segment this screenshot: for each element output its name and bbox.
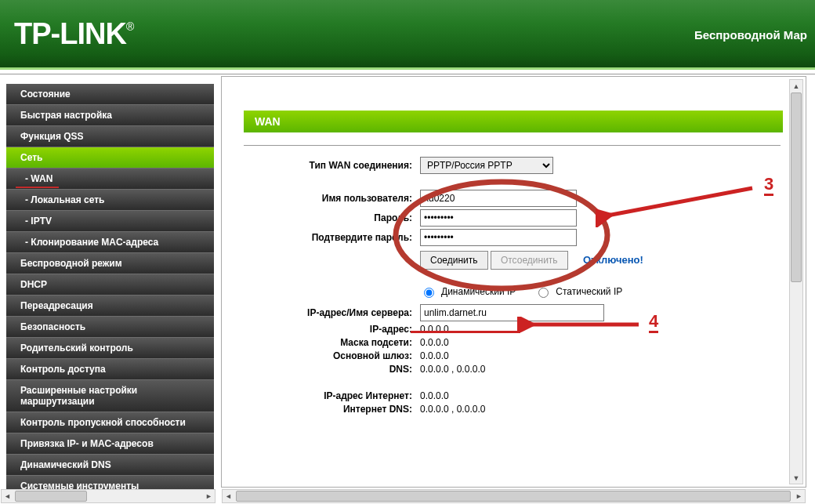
scroll-right-icon[interactable]: ► [793,492,805,500]
scroll-thumb[interactable] [791,92,802,282]
button-row: Соединить Отсоединить Отключено! [420,251,765,270]
nav-network[interactable]: Сеть [6,147,214,169]
nav-lan[interactable]: - Локальная сеть [6,190,214,211]
disconnect-button: Отсоединить [491,251,568,270]
scroll-right-icon[interactable]: ► [203,492,215,500]
nav-mac-clone[interactable]: - Клонирование MAC-адреса [6,232,214,253]
label-dynamic-ip: Динамический IP [441,286,516,297]
value-mask: 0.0.0.0 [420,337,765,348]
hscroll-thumb[interactable] [15,491,87,502]
label-conn-type: Тип WAN соединения: [244,160,420,171]
row-conn-type: Тип WAN соединения: PPTP/Россия PPTP [244,157,765,174]
row-password: Пароль: [244,209,765,227]
value-ip: 0.0.0.0 [420,324,765,335]
scroll-up-icon[interactable]: ▲ [790,80,802,92]
content-hscroll[interactable]: ◄ ► [222,489,806,503]
label-password: Пароль: [244,212,420,223]
divider [244,145,781,146]
input-username[interactable] [420,190,577,207]
radio-static-ip[interactable] [538,288,549,298]
row-ip-mode: Динамический IP Статический IP [420,285,765,298]
input-server[interactable] [420,304,604,321]
label-ip: IP-адрес: [244,324,420,335]
value-dns: 0.0.0.0 , 0.0.0.0 [420,364,765,375]
label-gw: Основной шлюз: [244,350,420,361]
page-title: WAN [244,111,783,132]
nav-security[interactable]: Безопасность [6,317,214,338]
nav-access-control[interactable]: Контроль доступа [6,359,214,380]
input-confirm[interactable] [420,229,577,246]
label-server: IP-адрес/Имя сервера: [244,307,420,318]
value-inet-ip: 0.0.0.0 [420,390,765,401]
row-dns: DNS: 0.0.0.0 , 0.0.0.0 [244,364,765,375]
nav-wan-label: - WAN [25,173,53,184]
label-static-ip: Статический IP [556,286,622,297]
select-conn-type[interactable]: PPTP/Россия PPTP [420,157,553,174]
nav-status[interactable]: Состояние [6,84,214,105]
header: TP-LINK® Беспроводной Мар [0,0,815,70]
label-inet-dns: Интернет DNS: [244,404,420,415]
row-gw: Основной шлюз: 0.0.0.0 [244,350,765,361]
row-mask: Маска подсети: 0.0.0.0 [244,337,765,348]
product-model: Беспроводной Мар [694,28,807,42]
hscroll-thumb[interactable] [236,491,791,502]
connection-status: Отключено! [583,254,643,266]
nav-quick-setup[interactable]: Быстрая настройка [6,105,214,126]
value-inet-dns: 0.0.0.0 , 0.0.0.0 [420,404,765,415]
nav-wan[interactable]: - WAN [6,169,214,190]
nav-qss[interactable]: Функция QSS [6,126,214,147]
nav-parental[interactable]: Родительский контроль [6,338,214,359]
scroll-left-icon[interactable]: ◄ [2,492,13,500]
label-mask: Маска подсети: [244,337,420,348]
label-username: Имя пользователя: [244,193,420,204]
nav-ip-mac-binding[interactable]: Привязка IP- и MAC-адресов [6,433,214,455]
sidebar-hscroll[interactable]: ◄ ► [1,489,216,503]
content-frame: WAN Тип WAN соединения: PPTP/Россия PPTP… [221,76,806,488]
scroll-left-icon[interactable]: ◄ [223,492,234,500]
nav-ddns[interactable]: Динамический DNS [6,455,214,476]
brand-logo: TP-LINK® [14,17,133,51]
value-gw: 0.0.0.0 [420,350,765,361]
radio-dynamic-ip[interactable] [424,288,434,298]
row-inet-ip: IP-адрес Интернет: 0.0.0.0 [244,390,765,401]
content-area: WAN Тип WAN соединения: PPTP/Россия PPTP… [224,79,788,484]
label-dns: DNS: [244,364,420,375]
nav-bandwidth[interactable]: Контроль пропускной способности [6,412,214,433]
label-confirm: Подтвердите пароль: [244,232,420,243]
scroll-down-icon[interactable]: ▼ [790,472,802,484]
nav-forwarding[interactable]: Переадресация [6,296,214,317]
row-confirm: Подтвердите пароль: [244,229,765,246]
row-username: Имя пользователя: [244,190,765,207]
label-inet-ip: IP-адрес Интернет: [244,390,420,401]
nav-adv-routing[interactable]: Расширенные настройки маршрутизации [6,380,214,412]
content-scrollbar[interactable]: ▲ ▼ [789,79,803,484]
nav-iptv[interactable]: - IPTV [6,211,214,232]
input-password[interactable] [420,209,577,227]
nav-dhcp[interactable]: DHCP [6,274,214,296]
annotation-underline [16,187,59,188]
row-ip: IP-адрес: 0.0.0.0 [244,324,765,335]
row-server: IP-адрес/Имя сервера: [244,304,765,321]
sidebar-nav: Состояние Быстрая настройка Функция QSS … [6,84,214,497]
nav-wireless[interactable]: Беспроводной режим [6,253,214,274]
row-inet-dns: Интернет DNS: 0.0.0.0 , 0.0.0.0 [244,404,765,415]
connect-button[interactable]: Соединить [420,251,488,270]
